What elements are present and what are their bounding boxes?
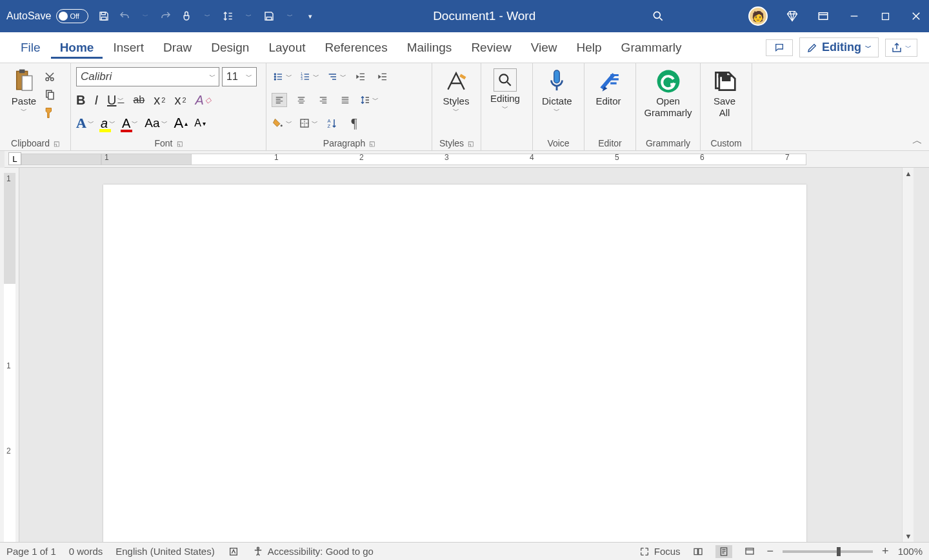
tab-references[interactable]: References bbox=[316, 37, 397, 59]
align-center-button[interactable] bbox=[294, 93, 309, 107]
clipboard-launcher-icon[interactable]: ◱ bbox=[54, 140, 59, 147]
editing-mode-button[interactable]: Editing ﹀ bbox=[799, 37, 879, 57]
tab-grammarly[interactable]: Grammarly bbox=[612, 37, 691, 59]
touch-dropdown-icon[interactable]: ﹀ bbox=[201, 10, 214, 23]
quickprint-dropdown-icon[interactable]: ﹀ bbox=[283, 10, 296, 23]
grow-font-button[interactable]: A▴ bbox=[174, 115, 188, 132]
format-painter-icon[interactable] bbox=[43, 106, 57, 120]
share-button[interactable]: ﹀ bbox=[885, 39, 917, 57]
vertical-ruler[interactable]: 1 1 2 bbox=[0, 168, 19, 542]
redo-icon[interactable] bbox=[159, 10, 172, 23]
styles-button[interactable]: Styles ﹀ bbox=[437, 67, 475, 136]
tab-mailings[interactable]: Mailings bbox=[398, 37, 461, 59]
align-right-button[interactable] bbox=[315, 93, 331, 107]
autosave-switch[interactable]: Off bbox=[56, 9, 88, 23]
macro-icon[interactable] bbox=[228, 546, 239, 557]
borders-button[interactable]: ﹀ bbox=[299, 118, 318, 128]
change-case-button[interactable]: Aa﹀ bbox=[145, 116, 167, 130]
font-size-combo[interactable]: 11 ﹀ bbox=[222, 67, 257, 86]
tab-home[interactable]: Home bbox=[51, 37, 103, 59]
tab-draw[interactable]: Draw bbox=[154, 37, 201, 59]
highlight-button[interactable]: a﹀ bbox=[101, 116, 115, 131]
diamond-icon[interactable] bbox=[786, 10, 799, 23]
document-page[interactable] bbox=[103, 185, 806, 542]
justify-button[interactable] bbox=[337, 93, 353, 107]
align-left-button[interactable] bbox=[272, 93, 287, 107]
tab-insert[interactable]: Insert bbox=[104, 37, 153, 59]
show-marks-button[interactable]: ¶ bbox=[346, 116, 362, 130]
shading-button[interactable]: ﹀ bbox=[272, 117, 292, 129]
bullets-button[interactable]: ﹀ bbox=[272, 72, 292, 82]
zoom-level[interactable]: 100% bbox=[898, 546, 923, 557]
decrease-indent-button[interactable] bbox=[353, 70, 368, 84]
page-indicator[interactable]: Page 1 of 1 bbox=[6, 546, 56, 557]
italic-button[interactable]: I bbox=[94, 93, 98, 108]
tab-file[interactable]: File bbox=[12, 37, 50, 59]
user-avatar[interactable]: 🧑 bbox=[748, 6, 768, 26]
save-all-button[interactable]: Save All bbox=[706, 67, 743, 136]
subscript-button[interactable]: x2 bbox=[154, 93, 165, 108]
underline-button[interactable]: U﹀ bbox=[107, 93, 124, 108]
paragraph-launcher-icon[interactable]: ◱ bbox=[369, 140, 375, 147]
font-color-button[interactable]: A﹀ bbox=[122, 116, 138, 131]
minimize-icon[interactable] bbox=[848, 10, 861, 23]
search-icon[interactable] bbox=[652, 10, 664, 23]
undo-icon[interactable] bbox=[118, 10, 131, 23]
tab-selector[interactable]: L bbox=[8, 152, 21, 165]
zoom-out-button[interactable]: − bbox=[767, 545, 774, 558]
sort-button[interactable]: AZ bbox=[325, 116, 340, 130]
horizontal-ruler[interactable]: L 1 1 2 3 4 5 6 7 bbox=[5, 151, 929, 168]
close-icon[interactable] bbox=[910, 10, 923, 23]
tab-review[interactable]: Review bbox=[462, 37, 520, 59]
quickprint-icon[interactable] bbox=[263, 10, 275, 23]
tab-view[interactable]: View bbox=[522, 37, 566, 59]
line-spacing-button[interactable]: ﹀ bbox=[359, 95, 379, 105]
paste-button[interactable]: Paste ﹀ bbox=[5, 67, 43, 136]
spacing-dropdown-icon[interactable]: ﹀ bbox=[242, 10, 255, 23]
zoom-in-button[interactable]: + bbox=[882, 545, 889, 558]
font-name-combo[interactable]: Calibri ﹀ bbox=[76, 67, 219, 86]
focus-mode[interactable]: Focus bbox=[639, 546, 681, 557]
numbering-button[interactable]: 123﹀ bbox=[299, 72, 319, 82]
tab-design[interactable]: Design bbox=[202, 37, 258, 59]
collapse-ribbon-icon[interactable]: ︿ bbox=[912, 134, 923, 148]
clear-formatting-icon[interactable]: A◇ bbox=[195, 93, 211, 108]
autosave-toggle[interactable]: AutoSave Off bbox=[6, 9, 88, 23]
web-layout-icon[interactable] bbox=[741, 545, 758, 558]
cut-icon[interactable] bbox=[43, 70, 57, 84]
styles-launcher-icon[interactable]: ◱ bbox=[468, 140, 474, 147]
language-indicator[interactable]: English (United States) bbox=[115, 546, 214, 557]
copy-icon[interactable] bbox=[43, 88, 57, 102]
word-count[interactable]: 0 words bbox=[69, 546, 103, 557]
spacing-icon[interactable] bbox=[221, 10, 234, 23]
zoom-slider[interactable] bbox=[783, 550, 873, 553]
open-grammarly-button[interactable]: Open Grammarly bbox=[641, 67, 695, 136]
print-layout-icon[interactable] bbox=[715, 545, 732, 558]
comments-button[interactable] bbox=[766, 39, 793, 56]
touch-mode-icon[interactable] bbox=[180, 10, 193, 23]
increase-indent-button[interactable] bbox=[375, 70, 390, 84]
save-icon[interactable] bbox=[97, 10, 110, 23]
accessibility-status[interactable]: Accessibility: Good to go bbox=[252, 546, 374, 557]
tab-layout[interactable]: Layout bbox=[259, 37, 314, 59]
multilevel-list-button[interactable]: ﹀ bbox=[326, 72, 346, 82]
qat-customize-icon[interactable]: ▾ bbox=[304, 10, 317, 23]
vertical-scrollbar[interactable]: ▲ ▼ bbox=[902, 168, 914, 542]
strikethrough-button[interactable]: ab bbox=[133, 94, 145, 106]
superscript-button[interactable]: x2 bbox=[174, 93, 186, 108]
font-launcher-icon[interactable]: ◱ bbox=[177, 140, 183, 147]
ribbon-display-icon[interactable] bbox=[817, 10, 830, 23]
undo-dropdown-icon[interactable]: ﹀ bbox=[139, 10, 152, 23]
text-effects-button[interactable]: A﹀ bbox=[76, 115, 94, 132]
tab-help[interactable]: Help bbox=[568, 37, 611, 59]
document-viewport[interactable]: ▲ ▼ bbox=[19, 168, 929, 542]
scroll-up-icon[interactable]: ▲ bbox=[903, 168, 914, 179]
read-mode-icon[interactable] bbox=[690, 545, 706, 558]
dictate-button[interactable]: Dictate ﹀ bbox=[538, 67, 576, 136]
bold-button[interactable]: B bbox=[76, 93, 85, 108]
scroll-down-icon[interactable]: ▼ bbox=[903, 530, 914, 542]
shrink-font-button[interactable]: A▾ bbox=[194, 117, 206, 129]
editor-button[interactable]: Editor bbox=[590, 67, 627, 136]
editing-group-button[interactable]: Editing ﹀ bbox=[486, 67, 524, 136]
maximize-icon[interactable] bbox=[879, 10, 892, 23]
